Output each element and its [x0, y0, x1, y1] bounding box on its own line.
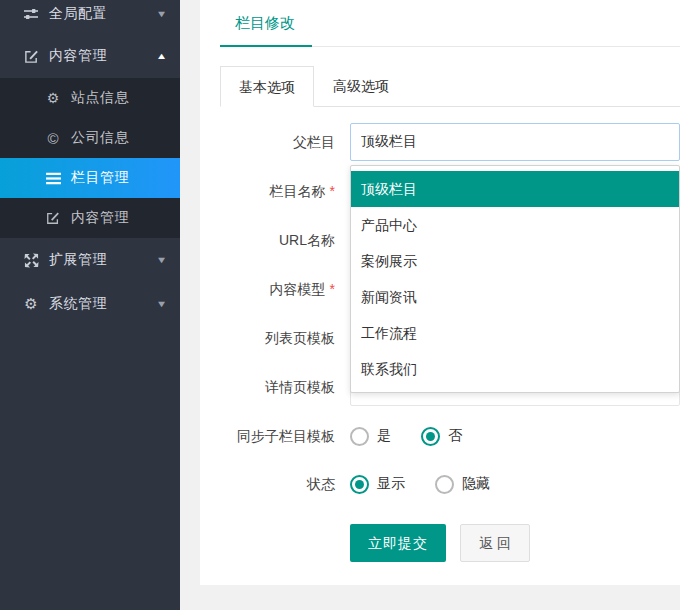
- field-label: 状态: [220, 474, 335, 494]
- parent-category-field-wrap: 顶级栏目 产品中心 案例展示 新闻资讯 工作流程 联系我们: [350, 123, 680, 161]
- form-actions: 立即提交 返 回: [220, 524, 680, 562]
- sidebar-submenu: ⚙ 站点信息 © 公司信息 栏目管理 内容管理: [0, 78, 180, 238]
- sidebar-item-label: 内容管理: [49, 47, 157, 65]
- radio-unchecked-icon[interactable]: [350, 427, 369, 446]
- sidebar-item-content-admin[interactable]: 内容管理: [0, 198, 180, 238]
- sidebar-item-label: 公司信息: [71, 129, 166, 147]
- form-tabs: 基本选项 高级选项: [220, 66, 680, 107]
- field-label: 父栏目: [220, 132, 335, 152]
- required-mark: *: [330, 183, 335, 199]
- dropdown-option[interactable]: 顶级栏目: [351, 171, 679, 207]
- dropdown-option[interactable]: 新闻资讯: [351, 279, 679, 315]
- edit-square-icon: [22, 49, 40, 64]
- back-button[interactable]: 返 回: [460, 524, 530, 562]
- chevron-down-icon: ▼: [156, 255, 168, 265]
- field-label: 内容模型: [270, 281, 326, 297]
- sidebar-item-global-config[interactable]: 全局配置 ▼: [0, 0, 180, 34]
- sidebar-nav: 全局配置 ▼ 内容管理 ▲ ⚙ 站点信息 © 公司信息: [0, 0, 180, 326]
- required-mark: *: [330, 281, 335, 297]
- chevron-down-icon: ▼: [156, 299, 168, 309]
- radio-hide[interactable]: 隐藏: [435, 475, 490, 494]
- content-card: 栏目修改 基本选项 高级选项 父栏目 顶级栏目 产品中心 案例展示 新闻资讯 工…: [200, 0, 680, 585]
- radio-checked-icon[interactable]: [421, 427, 440, 446]
- edit-icon: [44, 211, 62, 225]
- copyright-icon: ©: [44, 130, 62, 147]
- form-row-status: 状态 显示 隐藏: [220, 465, 680, 503]
- chevron-down-icon: ▼: [156, 9, 168, 19]
- radio-show[interactable]: 显示: [350, 475, 405, 494]
- chevron-up-icon: ▲: [156, 51, 168, 61]
- page-title: 栏目修改: [220, 12, 312, 47]
- sidebar-item-label: 系统管理: [49, 295, 157, 313]
- app-root: 全局配置 ▼ 内容管理 ▲ ⚙ 站点信息 © 公司信息: [0, 0, 680, 610]
- sidebar-item-label: 全局配置: [49, 5, 157, 23]
- sidebar-item-company-info[interactable]: © 公司信息: [0, 118, 180, 158]
- form-row-sync-child-template: 同步子栏目模板 是 否: [220, 417, 680, 455]
- category-form: 父栏目 顶级栏目 产品中心 案例展示 新闻资讯 工作流程 联系我们 栏目名称*: [220, 123, 680, 562]
- field-label: URL名称: [220, 230, 335, 250]
- sidebar-item-system-management[interactable]: ⚙ 系统管理 ▼: [0, 282, 180, 326]
- field-label: 详情页模板: [220, 377, 335, 397]
- submit-button[interactable]: 立即提交: [350, 524, 446, 562]
- radio-checked-icon[interactable]: [350, 475, 369, 494]
- tab-basic-options[interactable]: 基本选项: [220, 66, 314, 107]
- expand-icon: [22, 253, 40, 268]
- sidebar-item-site-info[interactable]: ⚙ 站点信息: [0, 78, 180, 118]
- parent-category-input[interactable]: [350, 123, 680, 161]
- parent-category-dropdown: 顶级栏目 产品中心 案例展示 新闻资讯 工作流程 联系我们: [350, 165, 680, 393]
- gear-icon: ⚙: [22, 295, 40, 313]
- dropdown-option[interactable]: 案例展示: [351, 243, 679, 279]
- sidebar-item-label: 扩展管理: [49, 251, 157, 269]
- tab-advanced-options[interactable]: 高级选项: [314, 66, 408, 107]
- sidebar-item-category-management[interactable]: 栏目管理: [0, 158, 180, 198]
- dropdown-option[interactable]: 工作流程: [351, 315, 679, 351]
- sidebar-item-label: 栏目管理: [71, 169, 166, 187]
- sidebar-item-content-management[interactable]: 内容管理 ▲: [0, 34, 180, 78]
- field-label: 列表页模板: [220, 328, 335, 348]
- dropdown-option[interactable]: 产品中心: [351, 207, 679, 243]
- sidebar: 全局配置 ▼ 内容管理 ▲ ⚙ 站点信息 © 公司信息: [0, 0, 180, 610]
- radio-no[interactable]: 否: [421, 427, 462, 446]
- field-label: 同步子栏目模板: [220, 426, 335, 446]
- gear-icon: ⚙: [44, 90, 62, 106]
- list-icon: [44, 172, 62, 185]
- form-row-parent-category: 父栏目 顶级栏目 产品中心 案例展示 新闻资讯 工作流程 联系我们: [220, 123, 680, 161]
- page-title-bar: 栏目修改: [220, 0, 680, 47]
- radio-unchecked-icon[interactable]: [435, 475, 454, 494]
- sidebar-item-label: 内容管理: [71, 209, 166, 227]
- sliders-icon: [22, 6, 40, 22]
- dropdown-option[interactable]: 联系我们: [351, 351, 679, 387]
- sidebar-item-label: 站点信息: [71, 89, 166, 107]
- radio-yes[interactable]: 是: [350, 427, 391, 446]
- sidebar-item-extension-management[interactable]: 扩展管理 ▼: [0, 238, 180, 282]
- field-label: 栏目名称: [270, 183, 326, 199]
